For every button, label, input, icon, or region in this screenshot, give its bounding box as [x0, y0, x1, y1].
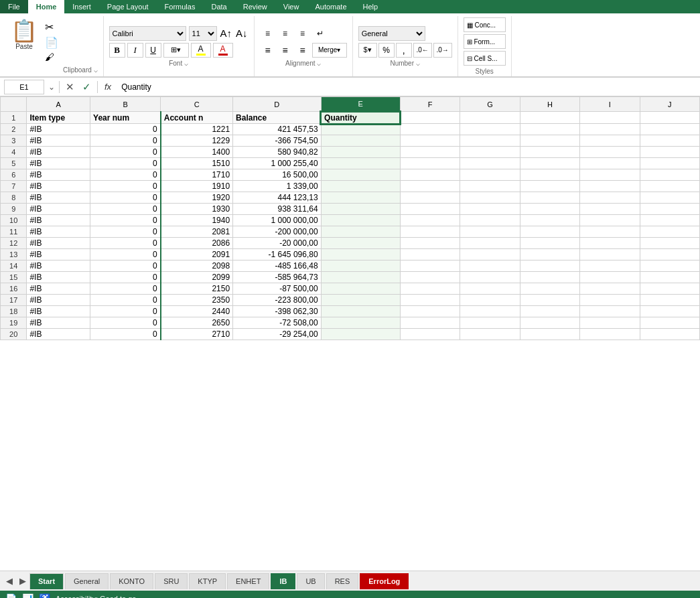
cell-h9[interactable] [520, 204, 579, 215]
row-header-1[interactable]: 1 [1, 112, 27, 124]
col-header-g[interactable]: G [460, 97, 520, 112]
cell-h3[interactable] [520, 135, 579, 147]
cell-b3[interactable]: 0 [90, 135, 161, 147]
cell-c2[interactable]: 1221 [161, 124, 233, 135]
cell-j4[interactable] [640, 147, 699, 158]
cell-j5[interactable] [640, 158, 699, 169]
cell-i15[interactable] [580, 272, 640, 283]
cell-a5[interactable]: #IB [27, 158, 90, 169]
percent-button[interactable]: % [378, 43, 395, 58]
cell-j20[interactable] [640, 329, 699, 340]
cell-h1[interactable] [520, 112, 579, 124]
cell-g12[interactable] [460, 238, 520, 249]
cell-g8[interactable] [460, 192, 520, 204]
cell-a13[interactable]: #IB [27, 249, 90, 260]
cell-e10[interactable] [321, 215, 400, 226]
cell-b5[interactable]: 0 [90, 158, 161, 169]
sheet-nav-left[interactable]: ◀ [3, 576, 16, 586]
cell-g3[interactable] [460, 135, 520, 147]
row-header-20[interactable]: 20 [1, 329, 27, 340]
font-face-select[interactable]: Calibri [109, 26, 186, 41]
font-grow-button[interactable]: A↑ [220, 27, 233, 40]
cell-j9[interactable] [640, 204, 699, 215]
cell-f9[interactable] [400, 204, 460, 215]
cell-g15[interactable] [460, 272, 520, 283]
cancel-formula-button[interactable]: ✕ [64, 81, 76, 93]
cell-c12[interactable]: 2086 [161, 238, 233, 249]
cell-g4[interactable] [460, 147, 520, 158]
cell-j2[interactable] [640, 124, 699, 135]
cell-g13[interactable] [460, 249, 520, 260]
tab-ub[interactable]: UB [297, 573, 324, 589]
cell-j18[interactable] [640, 306, 699, 317]
align-right-button[interactable]: ≡ [295, 43, 311, 58]
font-shrink-button[interactable]: A↓ [235, 27, 249, 40]
cell-a20[interactable]: #IB [27, 329, 90, 340]
cell-h7[interactable] [520, 181, 579, 192]
cell-h18[interactable] [520, 306, 579, 317]
cell-i12[interactable] [580, 238, 640, 249]
cell-d18[interactable]: -398 062,30 [233, 306, 321, 317]
cell-e1[interactable]: Quantity [321, 112, 400, 124]
cell-d15[interactable]: -585 964,73 [233, 272, 321, 283]
cell-e7[interactable] [321, 181, 400, 192]
italic-button[interactable]: I [127, 43, 143, 58]
cell-f4[interactable] [400, 147, 460, 158]
cell-g16[interactable] [460, 283, 520, 295]
cell-e14[interactable] [321, 260, 400, 272]
tab-res[interactable]: RES [326, 573, 359, 589]
cell-j1[interactable] [640, 112, 699, 124]
cell-f16[interactable] [400, 283, 460, 295]
cell-h10[interactable] [520, 215, 579, 226]
cell-a17[interactable]: #IB [27, 295, 90, 306]
cell-a6[interactable]: #IB [27, 169, 90, 181]
sheet-nav-right[interactable]: ▶ [16, 576, 29, 586]
cell-j17[interactable] [640, 295, 699, 306]
col-header-i[interactable]: I [580, 97, 640, 112]
col-header-a[interactable]: A [27, 97, 90, 112]
cell-c17[interactable]: 2350 [161, 295, 233, 306]
align-top-left-button[interactable]: ≡ [260, 26, 276, 41]
tab-help[interactable]: Help [355, 0, 387, 13]
currency-button[interactable]: $▾ [358, 43, 377, 58]
fill-color-button[interactable]: A [191, 43, 211, 58]
cell-i8[interactable] [580, 192, 640, 204]
tab-errorlog[interactable]: ErrorLog [360, 573, 409, 589]
col-header-c[interactable]: C [161, 97, 233, 112]
cell-a16[interactable]: #IB [27, 283, 90, 295]
row-header-19[interactable]: 19 [1, 317, 27, 329]
cell-a8[interactable]: #IB [27, 192, 90, 204]
cell-i20[interactable] [580, 329, 640, 340]
cell-d16[interactable]: -87 500,00 [233, 283, 321, 295]
tab-page-layout[interactable]: Page Layout [99, 0, 157, 13]
cell-b10[interactable]: 0 [90, 215, 161, 226]
col-header-j[interactable]: J [640, 97, 699, 112]
cell-d19[interactable]: -72 508,00 [233, 317, 321, 329]
cell-c1[interactable]: Account n [161, 112, 233, 124]
cell-h14[interactable] [520, 260, 579, 272]
cell-d20[interactable]: -29 254,00 [233, 329, 321, 340]
row-header-3[interactable]: 3 [1, 135, 27, 147]
align-center-button[interactable]: ≡ [277, 43, 293, 58]
cell-d9[interactable]: 938 311,64 [233, 204, 321, 215]
cell-e2[interactable] [321, 124, 400, 135]
cell-j3[interactable] [640, 135, 699, 147]
bold-button[interactable]: B [109, 43, 125, 58]
cell-j16[interactable] [640, 283, 699, 295]
cell-b7[interactable]: 0 [90, 181, 161, 192]
cell-c13[interactable]: 2091 [161, 249, 233, 260]
cell-g9[interactable] [460, 204, 520, 215]
cell-i16[interactable] [580, 283, 640, 295]
cell-j7[interactable] [640, 181, 699, 192]
cell-e12[interactable] [321, 238, 400, 249]
cell-e9[interactable] [321, 204, 400, 215]
cell-a4[interactable]: #IB [27, 147, 90, 158]
cell-c6[interactable]: 1710 [161, 169, 233, 181]
tab-automate[interactable]: Automate [307, 0, 354, 13]
cell-c18[interactable]: 2440 [161, 306, 233, 317]
cell-d12[interactable]: -20 000,00 [233, 238, 321, 249]
cell-i19[interactable] [580, 317, 640, 329]
cell-h13[interactable] [520, 249, 579, 260]
cell-b14[interactable]: 0 [90, 260, 161, 272]
cell-i14[interactable] [580, 260, 640, 272]
